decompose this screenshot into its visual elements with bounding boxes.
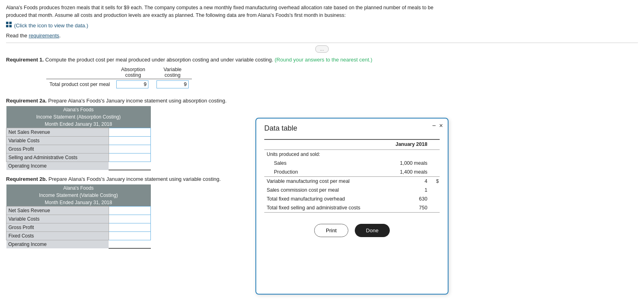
income-row-label: Selling and Administrative Costs <box>6 153 109 162</box>
income-row-value[interactable] <box>109 136 150 145</box>
requirements-link[interactable]: requirements <box>29 33 59 39</box>
income-input[interactable] <box>111 224 149 231</box>
income-row: Variable Costs <box>6 136 151 145</box>
absorption-table: Alana's Foods Income Statement (Absorpti… <box>6 106 151 170</box>
income-row-value[interactable] <box>109 215 150 223</box>
income-row: Net Sales Revenue <box>6 128 151 136</box>
variable-statement: Alana's Foods Income Statement (Variable… <box>6 184 151 249</box>
fixed-mfg-value: 630 <box>370 194 430 203</box>
modal-area: − × Data table January 2018 Units produc… <box>239 94 638 295</box>
fixed-sa-row: Total fixed selling and administrative c… <box>264 203 440 213</box>
modal-buttons[interactable]: Print Done <box>264 224 440 237</box>
data-icon-link[interactable]: (Click the icon to view the data.) <box>6 22 88 29</box>
var-mfg-row: Variable manufacturing cost per meal 4 $ <box>264 176 440 186</box>
var-mfg-value: 4 <box>370 176 430 186</box>
variable-input[interactable] <box>156 80 189 88</box>
variable-type: Income Statement (Variable Costing) <box>6 192 151 199</box>
production-value: 1,400 meals <box>370 168 430 177</box>
separator-handle[interactable]: ... <box>6 46 638 52</box>
sales-value: 1,000 meals <box>370 159 430 168</box>
sales-comm-value: 1 <box>370 186 430 194</box>
modal-title: Data table <box>264 124 440 133</box>
income-row-label: Net Sales Revenue <box>6 206 109 215</box>
variable-table: Alana's Foods Income Statement (Variable… <box>6 184 151 249</box>
absorption-statement: Alana's Foods Income Statement (Absorpti… <box>6 106 151 170</box>
data-col-header: January 2018 <box>370 139 430 150</box>
data-table: January 2018 Units produced and sold: Sa… <box>264 139 440 213</box>
variable-header: Variable costing <box>153 66 192 79</box>
operating-income-row: Operating Income <box>6 162 151 170</box>
sales-comm-label: Sales commission cost per meal <box>264 186 370 194</box>
income-row-label: Variable Costs <box>6 215 109 223</box>
done-button[interactable]: Done <box>355 224 390 237</box>
operating-value[interactable] <box>109 240 150 248</box>
divider <box>6 43 638 43</box>
modal-controls[interactable]: − × <box>432 123 443 129</box>
income-row: Gross Profit <box>6 223 151 231</box>
fixed-sa-label: Total fixed selling and administrative c… <box>264 203 370 213</box>
svg-rect-2 <box>6 25 8 27</box>
svg-rect-0 <box>6 22 8 24</box>
sales-label: Sales <box>264 159 370 168</box>
income-row-value[interactable] <box>109 153 150 162</box>
operating-input[interactable] <box>110 163 149 168</box>
fixed-mfg-label: Total fixed manufacturing overhead <box>264 194 370 203</box>
income-row: Net Sales Revenue <box>6 206 151 215</box>
intro-text: Alana's Foods produces frozen meals that… <box>6 4 449 19</box>
income-row-label: Variable Costs <box>6 136 109 145</box>
absorption-type: Income Statement (Absorption Costing) <box>6 113 151 121</box>
income-input[interactable] <box>111 216 149 222</box>
absorption-company: Alana's Foods <box>6 106 151 113</box>
absorption-period: Month Ended January 31, 2018 <box>6 121 151 128</box>
operating-income-row: Operating Income <box>6 240 151 248</box>
income-row-value[interactable] <box>109 223 150 231</box>
income-input[interactable] <box>111 129 149 135</box>
icon-link-label: (Click the icon to view the data.) <box>14 23 88 29</box>
modal-close-button[interactable]: × <box>439 123 443 129</box>
absorption-value-cell[interactable] <box>113 79 153 90</box>
separator-icon: ... <box>315 45 328 53</box>
fixed-mfg-row: Total fixed manufacturing overhead 630 <box>264 194 440 203</box>
var-mfg-dollar: $ <box>430 176 440 186</box>
income-row-value[interactable] <box>109 145 150 153</box>
operating-input[interactable] <box>110 241 149 247</box>
income-row: Fixed Costs <box>6 231 151 240</box>
income-input[interactable] <box>111 233 149 239</box>
income-row-label: Net Sales Revenue <box>6 128 109 136</box>
income-row-value[interactable] <box>109 231 150 240</box>
total-product-cost-label: Total product cost per meal <box>46 79 113 90</box>
var-mfg-label: Variable manufacturing cost per meal <box>264 176 370 186</box>
print-button[interactable]: Print <box>314 224 348 237</box>
operating-value[interactable] <box>109 162 150 170</box>
total-product-cost-row: Total product cost per meal <box>46 79 192 90</box>
income-input[interactable] <box>111 207 149 214</box>
income-row-value[interactable] <box>109 128 150 136</box>
income-input[interactable] <box>111 154 149 161</box>
left-content: Requirement 2a. Prepare Alana's Foods's … <box>6 94 239 295</box>
grid-icon <box>6 22 12 29</box>
operating-label: Operating Income <box>6 240 109 248</box>
production-row: Production 1,400 meals <box>264 168 440 177</box>
intro-paragraph: Alana's Foods produces frozen meals that… <box>6 4 638 39</box>
variable-company: Alana's Foods <box>6 184 151 192</box>
read-requirements: Read the requirements. <box>6 33 638 39</box>
section-label-row: Units produced and sold: <box>264 149 440 159</box>
req2a-label: Requirement 2a. Prepare Alana's Foods's … <box>6 98 239 104</box>
income-row: Gross Profit <box>6 145 151 153</box>
income-row-label: Gross Profit <box>6 145 109 153</box>
absorption-input[interactable] <box>116 80 148 88</box>
modal-minimize-button[interactable]: − <box>432 123 436 129</box>
absorption-header: Absorption costing <box>113 66 153 79</box>
req2b-label: Requirement 2b. Prepare Alana's Foods's … <box>6 176 239 182</box>
variable-value-cell[interactable] <box>153 79 192 90</box>
income-row-label: Fixed Costs <box>6 231 109 240</box>
units-section-label: Units produced and sold: <box>264 149 370 159</box>
income-row: Selling and Administrative Costs <box>6 153 151 162</box>
data-table-modal: − × Data table January 2018 Units produc… <box>255 118 449 295</box>
income-row: Variable Costs <box>6 215 151 223</box>
income-input[interactable] <box>111 146 149 152</box>
svg-rect-1 <box>9 22 12 24</box>
income-row-value[interactable] <box>109 206 150 215</box>
sales-comm-row: Sales commission cost per meal 1 <box>264 186 440 194</box>
income-input[interactable] <box>111 137 149 144</box>
